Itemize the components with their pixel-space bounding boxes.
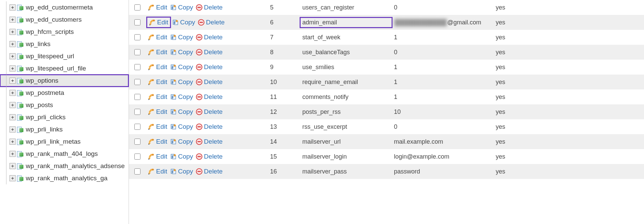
sidebar-item[interactable]: +wp_rank_math_analytics_adsense <box>0 160 129 172</box>
copy-button[interactable]: Copy <box>170 78 193 86</box>
edit-icon <box>148 94 155 100</box>
copy-button[interactable]: Copy <box>170 123 193 130</box>
sidebar-item[interactable]: +wp_litespeed_url_file <box>0 62 129 75</box>
copy-button[interactable]: Copy <box>170 108 193 116</box>
edit-icon <box>148 168 155 175</box>
delete-button[interactable]: Delete <box>196 93 223 101</box>
copy-button[interactable]: Copy <box>170 93 193 101</box>
expand-icon[interactable]: + <box>10 78 16 84</box>
delete-button[interactable]: Delete <box>196 168 223 175</box>
delete-button-label: Delete <box>204 63 223 71</box>
row-checkbox[interactable] <box>134 168 140 175</box>
autoload-value: yes <box>494 34 521 41</box>
sidebar-item[interactable]: +wp_prli_links <box>0 123 129 136</box>
expand-icon[interactable]: + <box>10 126 16 133</box>
edit-button[interactable]: Edit <box>148 153 167 160</box>
copy-button[interactable]: Copy <box>170 138 193 145</box>
copy-button[interactable]: Copy <box>170 4 193 11</box>
sidebar-item[interactable]: +wp_options <box>0 75 129 87</box>
delete-button[interactable]: Delete <box>198 19 225 26</box>
copy-icon <box>170 49 177 56</box>
option-name: mailserver_url <box>300 138 392 145</box>
expand-icon[interactable]: + <box>10 53 16 59</box>
delete-button[interactable]: Delete <box>196 63 223 71</box>
edit-button[interactable]: Edit <box>148 18 169 26</box>
expand-icon[interactable]: + <box>10 175 16 181</box>
expand-icon[interactable]: + <box>10 65 16 72</box>
row-checkbox[interactable] <box>134 94 140 100</box>
copy-button-label: Copy <box>178 48 193 56</box>
table-row: EditCopyDelete7start_of_week1yes <box>129 30 644 45</box>
copy-button[interactable]: Copy <box>170 153 193 160</box>
sidebar-item[interactable]: +wp_rank_math_analytics_ga <box>0 172 129 184</box>
expand-icon[interactable]: + <box>10 41 16 47</box>
delete-button[interactable]: Delete <box>196 108 223 116</box>
sidebar-item[interactable]: +wp_links <box>0 38 129 50</box>
delete-button[interactable]: Delete <box>196 34 223 41</box>
option-name: users_can_register <box>300 4 392 11</box>
row-checkbox[interactable] <box>134 154 140 160</box>
delete-button[interactable]: Delete <box>196 48 223 56</box>
sidebar-item[interactable]: +wp_edd_customers <box>0 14 129 26</box>
edit-button[interactable]: Edit <box>148 168 167 175</box>
row-checkbox[interactable] <box>134 109 140 115</box>
row-checkbox[interactable] <box>134 4 140 11</box>
sidebar-item[interactable]: +wp_rank_math_404_logs <box>0 148 129 160</box>
row-checkbox[interactable] <box>134 19 140 25</box>
delete-button[interactable]: Delete <box>196 4 223 11</box>
delete-button-label: Delete <box>204 153 223 160</box>
row-checkbox[interactable] <box>134 49 140 55</box>
sidebar-item[interactable]: +wp_edd_customermeta <box>0 1 129 14</box>
table-row: EditCopyDelete10require_name_email1yes <box>129 75 644 89</box>
sidebar-item[interactable]: +wp_prli_link_metas <box>0 136 129 148</box>
copy-icon <box>170 94 177 100</box>
sidebar-item[interactable]: +wp_hfcm_scripts <box>0 26 129 38</box>
row-checkbox[interactable] <box>134 64 140 70</box>
sidebar-item[interactable]: +wp_postmeta <box>0 87 129 99</box>
copy-button[interactable]: Copy <box>170 34 193 41</box>
copy-button-label: Copy <box>178 34 193 41</box>
edit-icon <box>148 108 155 115</box>
edit-button[interactable]: Edit <box>148 93 167 101</box>
delete-button[interactable]: Delete <box>196 123 223 130</box>
sidebar-item[interactable]: +wp_litespeed_url <box>0 50 129 62</box>
sidebar-item-label: wp_options <box>26 77 58 84</box>
delete-button-label: Delete <box>206 19 225 26</box>
copy-button[interactable]: Copy <box>170 63 193 71</box>
row-checkbox[interactable] <box>134 124 140 130</box>
edit-button[interactable]: Edit <box>148 34 167 41</box>
copy-button[interactable]: Copy <box>170 168 193 175</box>
edit-button-label: Edit <box>156 34 167 41</box>
option-value: mail.example.com <box>392 138 494 145</box>
delete-button[interactable]: Delete <box>196 138 223 145</box>
expand-icon[interactable]: + <box>10 90 16 96</box>
edit-button-label: Edit <box>156 63 167 71</box>
edit-button[interactable]: Edit <box>148 78 167 86</box>
option-value: 10 <box>392 108 494 116</box>
delete-button[interactable]: Delete <box>196 153 223 160</box>
expand-icon[interactable]: + <box>10 151 16 157</box>
delete-button[interactable]: Delete <box>196 78 223 86</box>
edit-button[interactable]: Edit <box>148 138 167 145</box>
edit-button[interactable]: Edit <box>148 4 167 11</box>
expand-icon[interactable]: + <box>10 139 16 145</box>
expand-icon[interactable]: + <box>10 4 16 11</box>
copy-button[interactable]: Copy <box>172 19 195 26</box>
sidebar-item[interactable]: +wp_posts <box>0 99 129 111</box>
delete-icon <box>196 79 203 85</box>
expand-icon[interactable]: + <box>10 29 16 35</box>
row-checkbox[interactable] <box>134 79 140 85</box>
edit-button[interactable]: Edit <box>148 123 167 130</box>
copy-button[interactable]: Copy <box>170 48 193 56</box>
option-id: 9 <box>268 64 300 71</box>
edit-button[interactable]: Edit <box>148 48 167 56</box>
expand-icon[interactable]: + <box>10 114 16 120</box>
expand-icon[interactable]: + <box>10 102 16 108</box>
expand-icon[interactable]: + <box>10 17 16 23</box>
row-checkbox[interactable] <box>134 139 140 145</box>
edit-button[interactable]: Edit <box>148 108 167 116</box>
expand-icon[interactable]: + <box>10 163 16 169</box>
sidebar-item[interactable]: +wp_prli_clicks <box>0 111 129 123</box>
row-checkbox[interactable] <box>134 34 140 40</box>
edit-button[interactable]: Edit <box>148 63 167 71</box>
